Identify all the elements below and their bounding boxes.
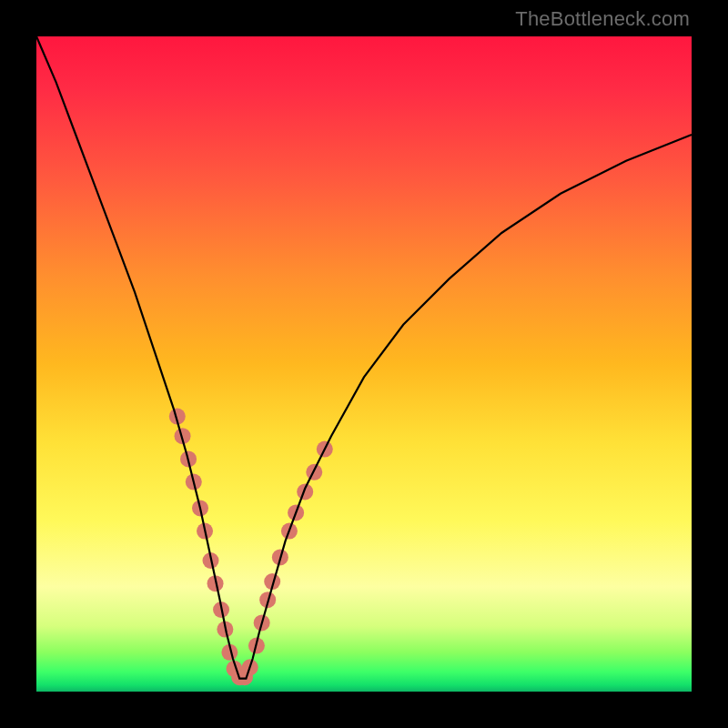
data-points-layer — [169, 409, 333, 686]
chart-svg — [36, 36, 692, 692]
plot-area — [36, 36, 692, 692]
attribution-text: TheBottleneck.com — [515, 7, 690, 31]
data-point — [297, 483, 313, 500]
bottleneck-curve — [36, 36, 692, 679]
chart-frame: TheBottleneck.com — [0, 0, 728, 728]
